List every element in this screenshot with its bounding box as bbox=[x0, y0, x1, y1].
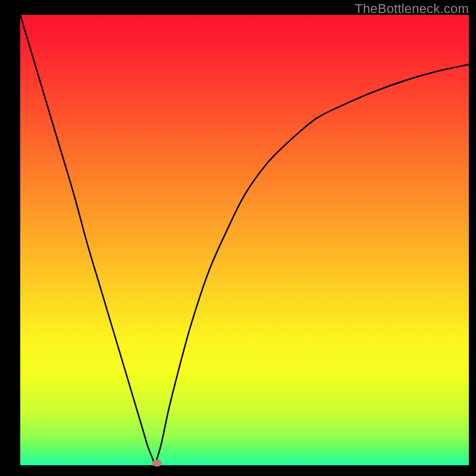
optimal-point-marker bbox=[152, 459, 162, 466]
bottleneck-chart bbox=[0, 0, 476, 476]
chart-stage: TheBottleneck.com bbox=[0, 0, 476, 476]
plot-background bbox=[20, 15, 469, 465]
watermark-label: TheBottleneck.com bbox=[355, 1, 469, 17]
